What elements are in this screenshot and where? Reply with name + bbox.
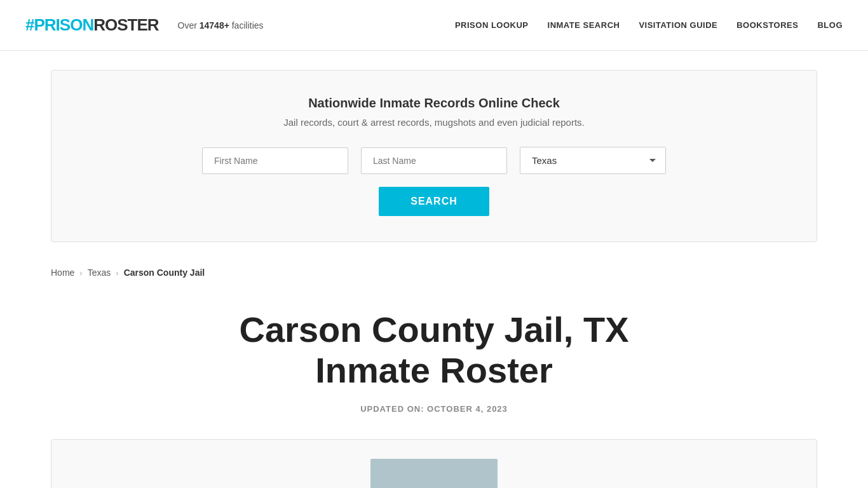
banner-title: Nationwide Inmate Records Online Check <box>90 96 778 111</box>
main-nav: PRISON LOOKUP INMATE SEARCH VISITATION G… <box>455 20 843 30</box>
last-name-input[interactable] <box>361 147 507 174</box>
bottom-card <box>51 439 817 488</box>
updated-label: UPDATED ON: OCTOBER 4, 2023 <box>51 404 817 414</box>
state-select[interactable]: Texas <box>520 147 666 174</box>
map-placeholder <box>370 459 498 488</box>
first-name-input[interactable] <box>202 147 348 174</box>
breadcrumb: Home › Texas › Carson County Jail <box>0 261 868 284</box>
page-title: Carson County Jail, TX Inmate Roster <box>180 309 688 391</box>
nav-bookstores[interactable]: BOOKSTORES <box>736 20 798 30</box>
banner-subtitle: Jail records, court & arrest records, mu… <box>90 117 778 128</box>
search-banner: Nationwide Inmate Records Online Check J… <box>51 70 817 242</box>
facilities-count: 14748+ <box>200 20 229 30</box>
logo-prison: PRISON <box>34 15 93 35</box>
nav-blog[interactable]: BLOG <box>817 20 843 30</box>
nav-visitation-guide[interactable]: VISITATION GUIDE <box>639 20 717 30</box>
breadcrumb-separator-1: › <box>79 268 82 278</box>
nav-prison-lookup[interactable]: PRISON LOOKUP <box>455 20 529 30</box>
breadcrumb-separator-2: › <box>116 268 118 278</box>
breadcrumb-home[interactable]: Home <box>51 268 74 278</box>
nav-inmate-search[interactable]: INMATE SEARCH <box>548 20 620 30</box>
search-button-row: SEARCH <box>90 187 778 216</box>
breadcrumb-current: Carson County Jail <box>124 268 205 278</box>
breadcrumb-texas[interactable]: Texas <box>88 268 111 278</box>
site-logo[interactable]: #PRISONROSTER <box>25 15 159 35</box>
site-header: #PRISONROSTER Over 14748+ facilities PRI… <box>0 0 868 51</box>
facilities-text: Over 14748+ facilities <box>178 20 264 30</box>
logo-hash: # <box>25 15 34 35</box>
search-button[interactable]: SEARCH <box>379 187 489 216</box>
logo-roster: ROSTER <box>93 15 158 35</box>
search-form: Texas <box>90 147 778 174</box>
main-title-section: Carson County Jail, TX Inmate Roster UPD… <box>0 284 868 426</box>
